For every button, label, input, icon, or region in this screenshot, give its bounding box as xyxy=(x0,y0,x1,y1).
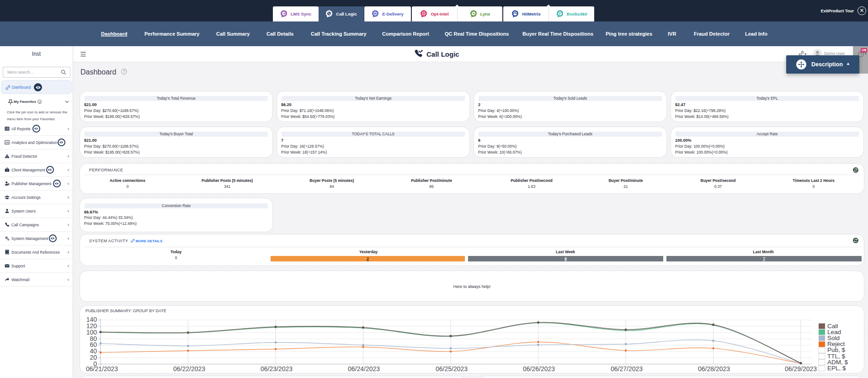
svg-text:06/26/2023: 06/26/2023 xyxy=(523,365,555,373)
svg-text:06/22/2023: 06/22/2023 xyxy=(173,365,205,373)
svg-text:06/21/2023: 06/21/2023 xyxy=(86,365,118,373)
svg-text:06/28/2023: 06/28/2023 xyxy=(698,365,730,373)
svg-text:06/25/2023: 06/25/2023 xyxy=(436,365,468,373)
svg-text:06/29/2023: 06/29/2023 xyxy=(785,365,817,373)
svg-text:06/24/2023: 06/24/2023 xyxy=(348,365,380,373)
svg-text:EPL, $: EPL, $ xyxy=(827,365,846,372)
svg-text:06/23/2023: 06/23/2023 xyxy=(261,365,293,373)
svg-text:06/27/2023: 06/27/2023 xyxy=(611,365,643,373)
